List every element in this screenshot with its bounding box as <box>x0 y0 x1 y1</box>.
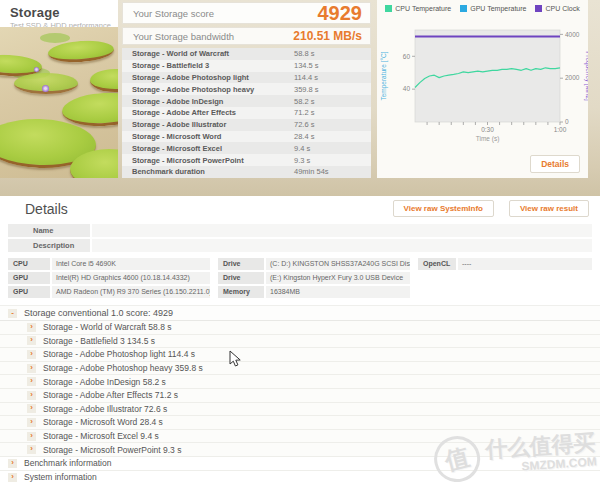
storage-card: Storage Test SSD & HDD performance <box>0 0 118 178</box>
view-raw-result-button[interactable]: View raw result <box>509 200 589 217</box>
gpu-row: GPUIntel(R) HD Graphics 4600 (10.18.14.4… <box>8 272 210 284</box>
details-header: Details View raw SystemInfo View raw res… <box>0 199 600 221</box>
expand-icon[interactable]: › <box>8 459 17 468</box>
collapse-icon[interactable]: - <box>8 309 17 318</box>
tree-item[interactable]: ›Storage - Adobe InDesign 58.2 s <box>0 375 600 389</box>
bandwidth-label: Your Storage bandwidth <box>123 31 293 42</box>
tree-item[interactable]: ›Storage - Microsoft Excel 9.4 s <box>0 430 600 444</box>
svg-text:60: 60 <box>403 53 411 60</box>
details-button[interactable]: Details <box>530 155 580 173</box>
lotus-flower <box>42 85 49 92</box>
test-value: 49min 54s <box>294 167 329 176</box>
tree-item[interactable]: ›Storage - Adobe Illustrator 72.6 s <box>0 403 600 417</box>
expand-icon[interactable]: › <box>27 404 36 413</box>
svg-text:4000: 4000 <box>565 31 580 38</box>
details-title: Details <box>25 201 68 217</box>
legend-cpu-clock[interactable]: CPU Clock <box>535 5 579 12</box>
bandwidth-value: 210.51 MB/s <box>293 29 370 43</box>
monitoring-chart-panel: CPU Temperature GPU Temperature CPU Cloc… <box>377 0 588 178</box>
gpu-temperature-swatch-icon <box>460 5 467 12</box>
tree-item[interactable]: ›Storage - Battlefield 3 134.5 s <box>0 335 600 349</box>
test-label: Storage - Adobe After Effects <box>122 108 294 117</box>
svg-text:0: 0 <box>565 118 569 125</box>
test-row: Storage - Adobe After Effects71.2 s <box>122 107 371 119</box>
tree-item[interactable]: ›Storage - Adobe Photoshop heavy 359.8 s <box>0 362 600 376</box>
test-value: 359.8 s <box>294 85 319 94</box>
test-label: Storage - Battlefield 3 <box>122 61 294 70</box>
memory-row: Memory16384MB <box>218 286 410 298</box>
test-row: Storage - Adobe Illustrator72.6 s <box>122 119 371 131</box>
score-label: Your Storage score <box>123 8 318 19</box>
drive-row: Drive(E:) Kingston HyperX Fury 3.0 USB D… <box>218 272 410 284</box>
test-row: Storage - Microsoft Excel9.4 s <box>122 142 371 154</box>
test-row: Storage - Adobe InDesign58.2 s <box>122 95 371 107</box>
test-value: 9.3 s <box>294 156 310 165</box>
system-information-section[interactable]: › System information <box>0 471 600 482</box>
cpu-row: CPUIntel Core i5 4690K <box>8 258 210 270</box>
test-value: 58.8 s <box>294 49 314 58</box>
tree-item[interactable]: ›Storage - Microsoft PowerPoint 9.3 s <box>0 443 600 457</box>
expand-icon[interactable]: › <box>27 364 36 373</box>
expand-icon[interactable]: › <box>8 473 17 482</box>
tree-root-label: Storage conventional 1.0 score: 4929 <box>24 308 173 318</box>
result-tree: - Storage conventional 1.0 score: 4929 ›… <box>0 305 600 457</box>
expand-icon[interactable]: › <box>27 432 36 441</box>
benchmark-information-section[interactable]: › Benchmark information <box>0 457 600 471</box>
chart-legend: CPU Temperature GPU Temperature CPU Cloc… <box>377 0 588 12</box>
test-row: Storage - Adobe Photoshop light114.4 s <box>122 72 371 84</box>
svg-text:40: 40 <box>403 85 411 92</box>
page-title: Storage <box>0 0 118 20</box>
test-value: 58.2 s <box>294 97 314 106</box>
test-label: Storage - World of Warcraft <box>122 49 294 58</box>
svg-text:2000: 2000 <box>565 74 580 81</box>
expand-icon[interactable]: › <box>27 445 36 454</box>
temperature-frequency-chart: 40600200040000:301:00Time (s)Temperature… <box>377 16 588 148</box>
meta-rows: Name Description <box>8 224 592 252</box>
legend-gpu-temperature[interactable]: GPU Temperature <box>460 5 526 12</box>
score-panel: Your Storage score 4929 Your Storage ban… <box>122 0 371 178</box>
expand-icon[interactable]: › <box>27 377 36 386</box>
tree-item[interactable]: ›Storage - Microsoft Word 28.4 s <box>0 416 600 430</box>
test-label: Storage - Adobe Illustrator <box>122 120 294 129</box>
expand-icon[interactable]: › <box>27 418 36 427</box>
test-value: 71.2 s <box>294 108 314 117</box>
storage-bandwidth-row: Your Storage bandwidth 210.51 MB/s <box>122 27 371 45</box>
description-value <box>92 239 592 252</box>
tree-root-storage-conventional[interactable]: - Storage conventional 1.0 score: 4929 <box>0 305 600 321</box>
test-value: 134.5 s <box>294 61 319 70</box>
test-results-list: Storage - World of Warcraft58.8 s Storag… <box>122 48 371 178</box>
tree-item[interactable]: ›Storage - Adobe After Effects 71.2 s <box>0 389 600 403</box>
name-label: Name <box>8 224 90 237</box>
test-label: Storage - Adobe Photoshop light <box>122 73 294 82</box>
description-label: Description <box>8 239 90 252</box>
drive-row: Drive(C: D:) KINGSTON SHSS37A240G SCSI D… <box>218 258 410 270</box>
test-label: Benchmark duration <box>122 167 294 176</box>
legend-cpu-temperature[interactable]: CPU Temperature <box>385 5 451 12</box>
test-row: Storage - Adobe Photoshop heavy359.8 s <box>122 83 371 95</box>
tree-item[interactable]: ›Storage - World of Warcraft 58.8 s <box>0 321 600 335</box>
test-label: Storage - Adobe InDesign <box>122 97 294 106</box>
gpu-row: GPUAMD Radeon (TM) R9 370 Series (16.150… <box>8 286 210 298</box>
test-row: Storage - Battlefield 3134.5 s <box>122 60 371 72</box>
expand-icon[interactable]: › <box>27 350 36 359</box>
expand-icon[interactable]: › <box>27 336 36 345</box>
svg-text:Temperature [°C]: Temperature [°C] <box>380 51 388 100</box>
view-raw-systeminfo-button[interactable]: View raw SystemInfo <box>393 200 494 217</box>
test-row: Storage - Microsoft Word28.4 s <box>122 131 371 143</box>
waterlily-photo <box>0 27 118 178</box>
storage-score-row: Your Storage score 4929 <box>122 2 371 24</box>
test-value: 72.6 s <box>294 120 314 129</box>
test-label: Storage - Adobe Photoshop heavy <box>122 85 294 94</box>
tree-item[interactable]: ›Storage - Adobe Photoshop light 114.4 s <box>0 348 600 362</box>
test-row: Storage - Microsoft PowerPoint9.3 s <box>122 154 371 166</box>
test-value: 9.4 s <box>294 144 310 153</box>
expand-icon[interactable]: › <box>27 391 36 400</box>
test-row: Storage - World of Warcraft58.8 s <box>122 48 371 60</box>
test-label: Storage - Microsoft Word <box>122 132 294 141</box>
test-label: Storage - Microsoft PowerPoint <box>122 156 294 165</box>
expand-icon[interactable]: › <box>27 323 36 332</box>
top-benchmark-section: Storage Test SSD & HDD performance Your … <box>0 0 600 196</box>
details-section: Details View raw SystemInfo View raw res… <box>0 196 600 482</box>
test-label: Storage - Microsoft Excel <box>122 144 294 153</box>
cpu-temperature-swatch-icon <box>385 5 392 12</box>
